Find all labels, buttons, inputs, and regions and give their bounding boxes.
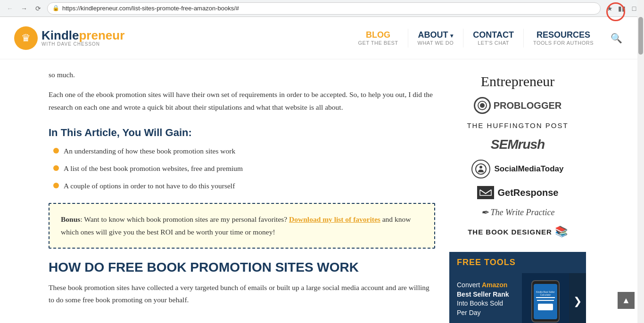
page-content: so much. Each one of the ebook promotion… <box>39 59 605 323</box>
search-button[interactable]: 🔍 <box>603 32 630 44</box>
address-bar[interactable]: 🔒 https://kindlepreneur.com/list-sites-p… <box>47 2 601 15</box>
section-h3: HOW DO FREE BOOK PROMOTION SITES WORK <box>49 260 435 275</box>
logo-writepractice[interactable]: ✒ The Write Practice <box>449 207 586 218</box>
svg-rect-4 <box>479 187 493 198</box>
scroll-to-top-button[interactable]: ▲ <box>618 292 635 309</box>
bonus-link[interactable]: Download my list of favorites <box>289 215 380 223</box>
nav-resources-sublabel: TOOLS FOR AUTHORS <box>533 40 594 46</box>
article-text: so much. Each one of the ebook promotion… <box>49 69 435 323</box>
site-header: ♛ Kindlepreneur WITH DAVE CHESSON BLOG G… <box>0 17 644 59</box>
sidebar: Entrepreneur PROBLOGGER THE HUFFINGTON P… <box>449 69 586 323</box>
bonus-box: Bonus: Want to know which book promotion… <box>49 203 435 249</box>
free-tools-text-area: Convert Amazon Best Seller Rank Into Boo… <box>449 273 522 323</box>
main-nav: BLOG GET THE BEST ABOUT ▾ WHAT WE DO CON… <box>348 29 630 48</box>
logo-bookdesigner[interactable]: THE BOOK DESIGNER 📚 <box>449 226 586 238</box>
intro-para: so much. <box>49 69 435 81</box>
phone-screen: Kindle Best Seller Calculator <box>534 284 557 319</box>
reload-button[interactable]: ⟳ <box>33 3 43 14</box>
screen-line <box>537 300 554 301</box>
phone-mockup: Kindle Best Seller Calculator <box>531 280 560 323</box>
list-item: A couple of options in order to not have… <box>53 180 435 192</box>
nav-blog[interactable]: BLOG GET THE BEST <box>348 30 407 46</box>
nav-about-sublabel: WHAT WE DO <box>418 40 454 46</box>
nav-blog-label: BLOG <box>366 30 390 40</box>
nav-blog-sublabel: GET THE BEST <box>358 40 398 46</box>
nav-about[interactable]: ABOUT ▾ WHAT WE DO <box>408 30 463 46</box>
scrollbar[interactable] <box>637 0 644 323</box>
screen-button <box>538 304 553 310</box>
bullet-list: An understanding of how these book promo… <box>53 145 435 192</box>
bullet-dot <box>53 148 59 153</box>
free-tools-header: FREE TOOLS <box>449 252 586 273</box>
logo-socialmediatoday[interactable]: SocialMediaToday <box>449 160 586 178</box>
list-item: An understanding of how these book promo… <box>53 145 435 157</box>
nav-contact-sublabel: LET'S CHAT <box>478 40 509 46</box>
forward-button[interactable]: → <box>19 3 29 14</box>
how-para: These book promotion sites have collecte… <box>49 282 435 307</box>
free-tools-card-title: Convert Amazon Best Seller Rank Into Boo… <box>457 281 517 317</box>
logo-icon: ♛ <box>14 26 38 50</box>
logo-huffpost[interactable]: THE HUFFINGTON POST <box>449 121 586 129</box>
sidebar-logos: Entrepreneur PROBLOGGER THE HUFFINGTON P… <box>449 69 586 247</box>
scrollbar-thumb <box>638 17 643 55</box>
svg-point-1 <box>480 103 485 108</box>
nav-contact[interactable]: CONTACT LET'S CHAT <box>463 30 523 46</box>
nav-resources-label: RESOURCES <box>537 30 590 40</box>
logo-semrush[interactable]: SEMrush <box>449 137 586 152</box>
free-tools-image-area: Kindle Best Seller Calculator <box>522 273 569 323</box>
browser-right-controls: ★ ▮▮ □ <box>604 3 639 14</box>
svg-point-3 <box>479 166 482 169</box>
screen-line <box>536 297 555 298</box>
section-h2: In This Article, You Will Gain: <box>49 127 435 139</box>
bookmark-star-button[interactable]: ★ <box>604 3 615 14</box>
free-tools-section: FREE TOOLS Convert Amazon Best Seller Ra… <box>449 252 586 323</box>
crown-icon: ♛ <box>21 32 31 44</box>
bonus-label: Bonus <box>61 215 80 223</box>
svg-point-2 <box>476 164 486 174</box>
nav-about-label: ABOUT ▾ <box>418 30 453 40</box>
logo-text: Kindlepreneur WITH DAVE CHESSON <box>41 29 124 47</box>
extensions-button[interactable]: ▮▮ <box>617 3 627 14</box>
list-item: A list of the best book promotion websit… <box>53 163 435 175</box>
logo-getresponse[interactable]: GetResponse <box>449 186 586 199</box>
logo-entrepreneur[interactable]: Entrepreneur <box>449 73 586 89</box>
nav-contact-label: CONTACT <box>473 30 514 40</box>
browser-toolbar: ← → ⟳ 🔒 https://kindlepreneur.com/list-s… <box>0 0 644 17</box>
nav-about-arrow: ▾ <box>450 32 453 39</box>
free-tools-title: FREE TOOLS <box>457 258 516 267</box>
bullet-dot <box>53 165 59 171</box>
logo-link[interactable]: ♛ Kindlepreneur WITH DAVE CHESSON <box>14 26 124 50</box>
body-para: Each one of the ebook promotion sites wi… <box>49 89 435 113</box>
secure-icon: 🔒 <box>52 5 59 12</box>
url-text: https://kindlepreneur.com/list-sites-pro… <box>62 5 239 12</box>
logo-subtitle: WITH DAVE CHESSON <box>41 41 124 47</box>
main-article: so much. Each one of the ebook promotion… <box>49 69 435 323</box>
nav-resources[interactable]: RESOURCES TOOLS FOR AUTHORS <box>524 30 603 46</box>
free-tools-arrow-button[interactable]: ❯ <box>569 273 586 323</box>
logo-problogger[interactable]: PROBLOGGER <box>449 97 586 114</box>
free-tools-card[interactable]: Convert Amazon Best Seller Rank Into Boo… <box>449 273 586 323</box>
logo-preneur: preneur <box>79 29 124 41</box>
bullet-dot <box>53 183 59 188</box>
back-button[interactable]: ← <box>5 3 15 14</box>
logo-kindle: Kindle <box>41 29 79 41</box>
